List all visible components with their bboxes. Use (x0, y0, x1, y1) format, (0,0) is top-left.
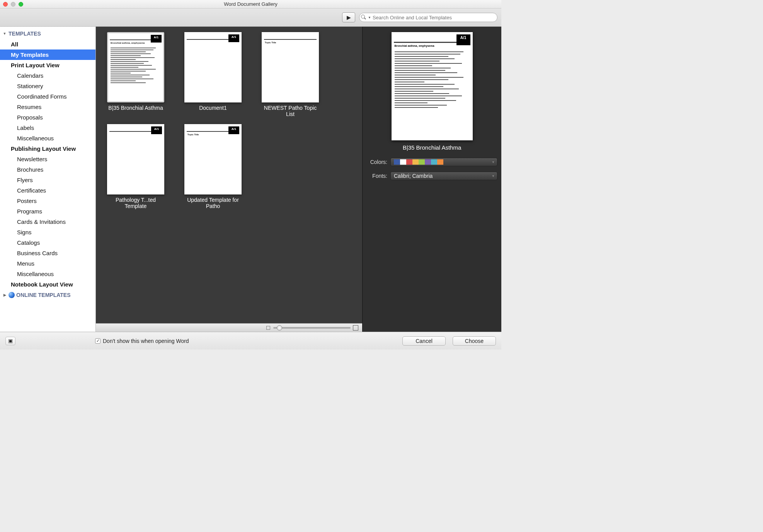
quicklook-icon: ▣ (8, 338, 13, 344)
search-field-wrap[interactable]: ▼ (359, 13, 497, 22)
template-label: Pathology T...ted Template (107, 197, 165, 209)
template-label: B|35 Bronchial Asthma (108, 105, 163, 111)
toolbar: ▶ ▼ (0, 9, 501, 27)
sidebar-section-label: TEMPLATES (9, 31, 41, 37)
sidebar-item-catalogs[interactable]: Catalogs (0, 237, 95, 248)
slideshow-button[interactable]: ▶ (342, 12, 355, 22)
disclosure-right-icon: ▶ (2, 293, 7, 297)
sidebar-item-programs[interactable]: Programs (0, 206, 95, 217)
sidebar-item-newsletters[interactable]: Newsletters (0, 154, 95, 164)
sidebar-item-miscellaneous-print[interactable]: Miscellaneous (0, 133, 95, 143)
minimize-window-icon[interactable] (11, 2, 15, 7)
sidebar-item-calendars[interactable]: Calendars (0, 70, 95, 81)
template-item[interactable]: A/1 Bronchial asthma, emphysema B|35 Bro… (107, 32, 165, 117)
badge: A/1 (151, 126, 162, 134)
fonts-dropdown[interactable]: Calibri; Cambria ▼ (390, 172, 497, 180)
thumbnail-size-slider[interactable] (273, 327, 351, 329)
sidebar-item-labels[interactable]: Labels (0, 123, 95, 133)
zoom-strip (96, 323, 362, 332)
colors-option-label: Colors: (366, 159, 387, 165)
preview-title: B|35 Bronchial Asthma (366, 144, 497, 151)
sidebar-item-publishing-layout-view[interactable]: Publishing Layout View (0, 143, 95, 154)
sidebar-item-notebook-layout-view[interactable]: Notebook Layout View (0, 279, 95, 290)
sidebar-item-menus[interactable]: Menus (0, 258, 95, 269)
template-thumbnail: A/1 (184, 32, 242, 102)
globe-icon (9, 292, 15, 298)
color-swatch (406, 159, 412, 165)
window-title: Word Document Gallery (0, 1, 501, 7)
badge: A/1 (228, 126, 239, 134)
sidebar-item-resumes[interactable]: Resumes (0, 102, 95, 112)
thumbnail-large-icon[interactable] (353, 325, 358, 331)
template-thumbnail: Topic Title (262, 32, 319, 102)
footer: ▣ ✓ Don't show this when opening Word Ca… (0, 332, 501, 350)
badge: A/1 (151, 35, 162, 43)
template-gallery: A/1 Bronchial asthma, emphysema B|35 Bro… (96, 27, 362, 323)
play-icon: ▶ (347, 14, 351, 20)
titlebar: Word Document Gallery (0, 0, 501, 9)
template-item[interactable]: A/1 Topic Title Updated Template for Pat… (184, 124, 242, 209)
fonts-option-label: Fonts: (366, 173, 387, 179)
preview-thumbnail: A/1 Bronchial asthma, emphysema (392, 32, 473, 140)
sidebar-item-certificates[interactable]: Certificates (0, 185, 95, 196)
color-swatches (394, 159, 443, 165)
checkbox-label: Don't show this when opening Word (103, 338, 189, 344)
badge: A/1 (456, 34, 470, 45)
sidebar-item-signs[interactable]: Signs (0, 227, 95, 237)
color-swatch (412, 159, 419, 165)
sidebar-item-brochures[interactable]: Brochures (0, 164, 95, 175)
sidebar-item-business-cards[interactable]: Business Cards (0, 248, 95, 258)
template-thumbnail: A/1 Topic Title (184, 124, 242, 194)
preview-panel: A/1 Bronchial asthma, emphysema B|35 Bro… (362, 27, 501, 332)
fonts-value: Calibri; Cambria (394, 173, 433, 179)
color-swatch (431, 159, 437, 165)
chevron-down-icon: ▼ (492, 160, 495, 164)
close-window-icon[interactable] (3, 2, 8, 7)
template-item[interactable]: A/1 Document1 (184, 32, 242, 117)
colors-dropdown[interactable]: ▼ (390, 158, 497, 166)
sidebar-item-posters[interactable]: Posters (0, 196, 95, 206)
template-label: Updated Template for Patho (184, 197, 242, 209)
main-area: ▼ TEMPLATES All My Templates Print Layou… (0, 27, 501, 332)
sidebar-item-miscellaneous-pub[interactable]: Miscellaneous (0, 269, 95, 279)
template-thumbnail: A/1 (107, 124, 164, 194)
template-item[interactable]: A/1 Pathology T...ted Template (107, 124, 165, 209)
sidebar: ▼ TEMPLATES All My Templates Print Layou… (0, 27, 96, 332)
dont-show-checkbox-row[interactable]: ✓ Don't show this when opening Word (95, 338, 189, 344)
gallery-panel: A/1 Bronchial asthma, emphysema B|35 Bro… (96, 27, 362, 332)
template-item[interactable]: Topic Title NEWEST Patho Topic List (261, 32, 319, 117)
sidebar-section-templates[interactable]: ▼ TEMPLATES (0, 28, 95, 39)
sidebar-item-proposals[interactable]: Proposals (0, 112, 95, 123)
sidebar-item-all[interactable]: All (0, 39, 95, 49)
sidebar-item-flyers[interactable]: Flyers (0, 175, 95, 185)
window-controls (3, 2, 23, 7)
quicklook-button[interactable]: ▣ (5, 337, 15, 345)
sidebar-item-coordinated-forms[interactable]: Coordinated Forms (0, 91, 95, 102)
search-menu-chevron-icon[interactable]: ▼ (368, 16, 371, 19)
chevron-down-icon: ▼ (492, 174, 495, 178)
badge: A/1 (228, 34, 239, 42)
search-input[interactable] (373, 15, 494, 20)
thumbnail-small-icon[interactable] (266, 326, 270, 330)
sidebar-item-stationery[interactable]: Stationery (0, 81, 95, 91)
color-swatch (394, 159, 400, 165)
color-swatch (425, 159, 431, 165)
template-thumbnail: A/1 Bronchial asthma, emphysema (107, 32, 164, 102)
zoom-window-icon[interactable] (19, 2, 23, 7)
color-swatch (400, 159, 406, 165)
color-swatch (437, 159, 443, 165)
sidebar-section-online-templates[interactable]: ▶ ONLINE TEMPLATES (0, 290, 95, 300)
sidebar-section-label: ONLINE TEMPLATES (16, 292, 71, 298)
choose-button[interactable]: Choose (453, 336, 496, 346)
template-label: NEWEST Patho Topic List (261, 105, 319, 117)
search-icon (361, 15, 366, 20)
checkbox-icon[interactable]: ✓ (95, 338, 100, 344)
color-swatch (419, 159, 425, 165)
template-label: Document1 (199, 105, 227, 111)
cancel-button[interactable]: Cancel (402, 336, 446, 346)
sidebar-item-print-layout-view[interactable]: Print Layout View (0, 60, 95, 70)
disclosure-down-icon: ▼ (2, 32, 7, 36)
sidebar-item-my-templates[interactable]: My Templates (0, 49, 95, 60)
sidebar-item-cards-invitations[interactable]: Cards & Invitations (0, 217, 95, 227)
